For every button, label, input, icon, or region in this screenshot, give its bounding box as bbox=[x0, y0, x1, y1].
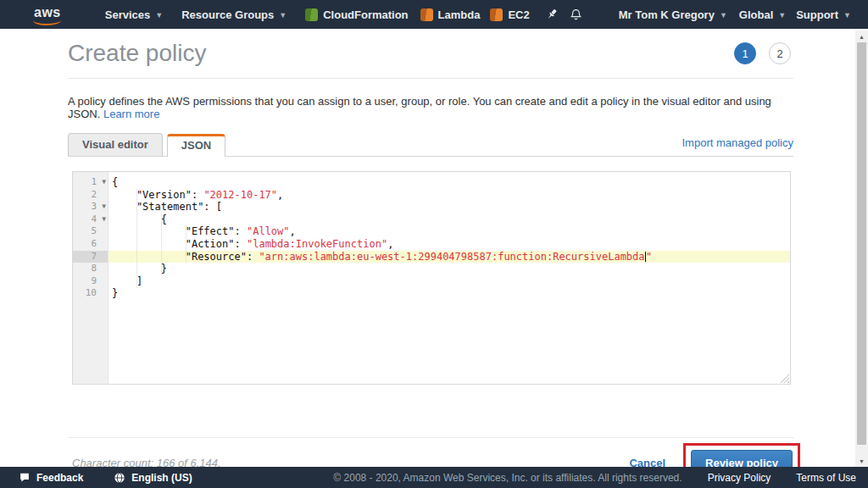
code-line: "Effect": "Allow", bbox=[108, 225, 790, 238]
top-navigation-bar: aws Services ▼ Resource Groups ▼ CloudFo… bbox=[0, 0, 868, 29]
gutter-line-number: 10 bbox=[73, 287, 108, 300]
chevron-down-icon: ▼ bbox=[843, 11, 851, 19]
gutter-line-number: 9 bbox=[73, 275, 108, 288]
editor-tabs: Visual editor JSON Import managed policy bbox=[68, 134, 793, 157]
nav-cloudformation-label: CloudFormation bbox=[323, 8, 408, 21]
scrollbar-down-arrow[interactable]: ▼ bbox=[855, 455, 868, 467]
nav-support-menu[interactable]: Support ▼ bbox=[796, 8, 851, 21]
fold-toggle-icon[interactable]: ▼ bbox=[102, 214, 106, 226]
code-line: { bbox=[108, 214, 790, 226]
scrollbar-up-arrow[interactable]: ▲ bbox=[855, 30, 868, 42]
code-line: } bbox=[108, 263, 790, 275]
code-line: "Action": "lambda:InvokeFunction", bbox=[108, 238, 790, 251]
nav-ec2-label: EC2 bbox=[508, 8, 529, 21]
aws-logo-smile-icon bbox=[33, 20, 61, 25]
gutter-line-number: 8 bbox=[73, 263, 108, 275]
import-managed-policy-link[interactable]: Import managed policy bbox=[682, 136, 793, 149]
nav-shortcut-cloudformation[interactable]: CloudFormation bbox=[305, 8, 408, 21]
nav-region-menu[interactable]: Global ▼ bbox=[739, 8, 786, 21]
nav-resource-groups-menu[interactable]: Resource Groups ▼ bbox=[181, 8, 287, 21]
code-line: "Statement": [ bbox=[108, 201, 790, 214]
editor-code[interactable]: { "Version": "2012-10-17", "Statement": … bbox=[108, 172, 790, 384]
copyright-text: © 2008 - 2020, Amazon Web Services, Inc.… bbox=[333, 472, 682, 484]
tab-visual-editor[interactable]: Visual editor bbox=[68, 133, 163, 156]
feedback-label: Feedback bbox=[36, 472, 83, 484]
indent-guide bbox=[136, 189, 137, 288]
chevron-down-icon: ▼ bbox=[778, 11, 786, 19]
code-line: { bbox=[108, 176, 790, 189]
fold-toggle-icon[interactable]: ▼ bbox=[102, 201, 106, 214]
nav-lambda-label: Lambda bbox=[438, 8, 481, 21]
main-content: Create policy 1 2 A policy defines the A… bbox=[0, 29, 868, 480]
gutter-line-number: 6 bbox=[73, 238, 108, 251]
page-title: Create policy bbox=[68, 40, 206, 67]
cloudformation-icon bbox=[305, 8, 318, 21]
wizard-steps: 1 2 bbox=[734, 42, 791, 64]
notifications-bell-icon[interactable] bbox=[569, 8, 583, 22]
indent-guide bbox=[161, 214, 162, 275]
fold-toggle-icon[interactable]: ▼ bbox=[102, 176, 106, 189]
language-label: English (US) bbox=[131, 472, 192, 484]
learn-more-link[interactable]: Learn more bbox=[103, 108, 159, 120]
code-line: "Version": "2012-10-17", bbox=[108, 189, 790, 202]
tab-json[interactable]: JSON bbox=[167, 134, 225, 157]
nav-user-label: Mr Tom K Gregory bbox=[619, 8, 715, 21]
gutter-line-number: 1▼ bbox=[73, 176, 108, 189]
nav-region-label: Global bbox=[739, 8, 773, 21]
gutter-line-number: 7 bbox=[73, 251, 108, 263]
title-divider bbox=[68, 78, 793, 79]
footer-bar: Feedback English (US) © 2008 - 2020, Ama… bbox=[0, 467, 868, 488]
nav-user-menu[interactable]: Mr Tom K Gregory ▼ bbox=[619, 8, 727, 21]
gutter-line-number: 2 bbox=[73, 189, 108, 202]
nav-services-label: Services bbox=[105, 8, 151, 21]
aws-logo-text: aws bbox=[34, 5, 61, 19]
gutter-line-number: 3▼ bbox=[73, 201, 108, 214]
gutter-line-number: 5 bbox=[73, 225, 108, 238]
code-line: ] bbox=[108, 275, 790, 288]
globe-icon bbox=[114, 472, 125, 484]
speech-bubble-icon bbox=[19, 472, 31, 483]
language-selector[interactable]: English (US) bbox=[114, 472, 192, 484]
step-2-indicator: 2 bbox=[769, 42, 791, 64]
lambda-icon bbox=[420, 8, 433, 21]
indent-guide bbox=[186, 225, 186, 263]
chevron-down-icon: ▼ bbox=[279, 11, 287, 19]
code-line: "Resource": "arn:aws:lambda:eu-west-1:29… bbox=[108, 251, 790, 263]
gutter-line-number: 4▼ bbox=[73, 214, 108, 226]
nav-support-label: Support bbox=[796, 8, 838, 21]
nav-resource-groups-label: Resource Groups bbox=[181, 8, 274, 21]
ec2-icon bbox=[490, 8, 503, 21]
privacy-policy-link[interactable]: Privacy Policy bbox=[708, 472, 771, 484]
actions-divider bbox=[68, 437, 793, 438]
code-line: } bbox=[108, 287, 790, 300]
feedback-button[interactable]: Feedback bbox=[19, 472, 83, 484]
json-policy-editor[interactable]: 1▼23▼4▼5678910 { "Version": "2012-10-17"… bbox=[72, 171, 791, 385]
nav-services-menu[interactable]: Services ▼ bbox=[105, 8, 163, 21]
chevron-down-icon: ▼ bbox=[720, 11, 727, 19]
nav-shortcut-ec2[interactable]: EC2 bbox=[490, 8, 529, 21]
pin-icon[interactable] bbox=[545, 8, 559, 21]
scrollbar-thumb[interactable] bbox=[857, 42, 866, 445]
aws-logo[interactable]: aws bbox=[32, 3, 63, 26]
terms-of-use-link[interactable]: Terms of Use bbox=[796, 472, 856, 484]
page-scrollbar: ▲ ▼ bbox=[855, 30, 868, 467]
step-1-indicator: 1 bbox=[734, 42, 756, 64]
intro-text: A policy defines the AWS permissions tha… bbox=[68, 95, 771, 120]
chevron-down-icon: ▼ bbox=[155, 11, 163, 19]
nav-shortcut-lambda[interactable]: Lambda bbox=[420, 8, 481, 21]
editor-gutter: 1▼23▼4▼5678910 bbox=[73, 172, 108, 384]
